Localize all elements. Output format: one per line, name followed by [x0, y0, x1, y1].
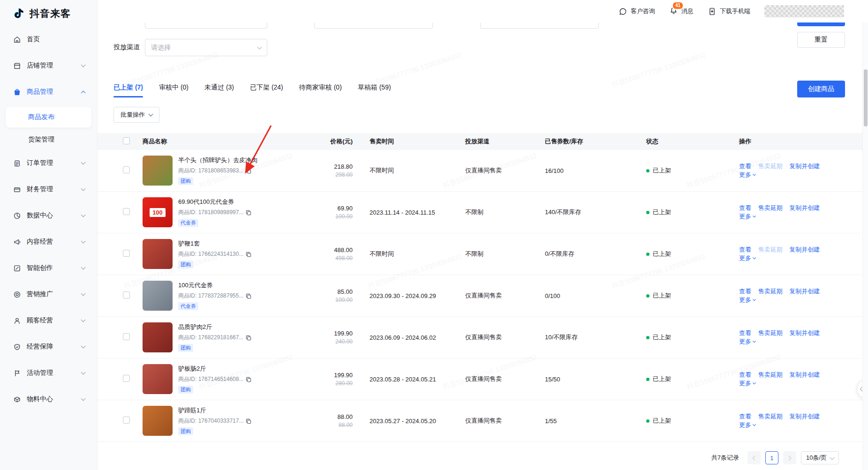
action-more[interactable]: 更多: [739, 296, 755, 303]
create-product-button[interactable]: 创建商品: [797, 81, 845, 97]
chevron-down-icon: [830, 455, 835, 460]
action-view[interactable]: 查看: [739, 371, 751, 378]
tab-in-review[interactable]: 审核中 (0): [159, 83, 189, 97]
copy-icon[interactable]: [246, 293, 251, 299]
tab-pending-merchant-review[interactable]: 待商家审核 (0): [299, 83, 342, 97]
action-copy-create[interactable]: 复制并创建: [789, 163, 820, 170]
sale-time: 2023.05.27 - 2024.05.20: [353, 418, 465, 425]
messages-button[interactable]: 41 消息: [669, 6, 694, 16]
sidebar-item-marketing[interactable]: 营销推广: [5, 283, 92, 306]
shield-icon: [13, 343, 21, 351]
action-delay[interactable]: 售卖延期: [758, 413, 783, 420]
row-checkbox[interactable]: [123, 208, 130, 215]
action-delay[interactable]: 售卖延期: [758, 246, 783, 253]
filter-input-partial[interactable]: [314, 22, 433, 29]
reset-button[interactable]: 重置: [797, 32, 845, 48]
status-dot: [646, 336, 649, 339]
prev-page-button[interactable]: [747, 451, 761, 464]
action-delay[interactable]: 售卖延期: [758, 163, 783, 170]
customer-service-button[interactable]: 客户咨询: [619, 7, 655, 16]
sidebar-item-content-operation[interactable]: 内容经营: [5, 231, 92, 253]
action-copy-create[interactable]: 复制并创建: [789, 413, 820, 420]
row-checkbox[interactable]: [123, 417, 130, 424]
row-checkbox[interactable]: [123, 375, 130, 382]
channel-filter-select[interactable]: 请选择: [145, 39, 267, 56]
price-current: 488.00: [297, 246, 353, 254]
row-checkbox[interactable]: [123, 166, 130, 173]
sale-channel: 仅直播间售卖: [465, 166, 545, 175]
sidebar-item-label: 智能创作: [27, 264, 53, 272]
sidebar-item-home[interactable]: 首页: [5, 28, 92, 51]
sidebar-item-order-management[interactable]: 订单管理: [5, 152, 92, 174]
action-copy-create[interactable]: 复制并创建: [789, 371, 820, 378]
sidebar-item-finance-management[interactable]: 财务管理: [5, 178, 92, 201]
row-checkbox[interactable]: [123, 333, 130, 340]
sidebar-item-activity-management[interactable]: 活动管理: [5, 362, 92, 384]
product-id: 商品ID: 1767146514608...: [178, 375, 243, 383]
action-more[interactable]: 更多: [739, 171, 755, 178]
account-name-blurred[interactable]: [764, 5, 844, 17]
action-delay[interactable]: 售卖延期: [758, 329, 783, 336]
action-copy-create[interactable]: 复制并创建: [789, 288, 820, 295]
action-view[interactable]: 查看: [739, 163, 751, 170]
sidebar-item-product-management[interactable]: 商品管理: [5, 81, 92, 103]
copy-icon[interactable]: [246, 252, 251, 257]
action-copy-create[interactable]: 复制并创建: [789, 246, 820, 253]
batch-operations-button[interactable]: 批量操作: [113, 107, 159, 123]
tab-drafts[interactable]: 草稿箱 (59): [358, 83, 391, 97]
sidebar-item-label: 活动管理: [27, 369, 53, 377]
copy-icon[interactable]: [246, 377, 251, 382]
action-view[interactable]: 查看: [739, 288, 751, 295]
action-more[interactable]: 更多: [739, 254, 755, 261]
copy-icon[interactable]: [246, 210, 251, 216]
home-icon: [13, 36, 21, 44]
sidebar-item-data-center[interactable]: 数据中心: [5, 204, 92, 227]
page-number[interactable]: 1: [765, 451, 778, 464]
action-more[interactable]: 更多: [739, 380, 755, 387]
action-view[interactable]: 查看: [739, 246, 751, 253]
tab-on-shelf[interactable]: 已上架 (7): [113, 83, 143, 97]
filter-input-partial[interactable]: [480, 22, 599, 29]
action-more[interactable]: 更多: [739, 338, 755, 345]
action-view[interactable]: 查看: [739, 329, 751, 336]
action-delay[interactable]: 售卖延期: [758, 204, 783, 211]
copy-icon[interactable]: [246, 335, 251, 341]
sidebar-subitem-product-publish[interactable]: 商品发布: [6, 107, 91, 127]
sidebar-item-smart-creation[interactable]: 智能创作: [5, 257, 92, 279]
tab-rejected[interactable]: 未通过 (3): [204, 83, 234, 97]
pagination: 共7条记录 1 10条/页: [711, 451, 839, 464]
chevron-down-icon: [81, 317, 86, 322]
row-checkbox[interactable]: [123, 250, 130, 257]
sidebar-item-business-protection[interactable]: 经营保障: [5, 336, 92, 358]
column-product-name: 商品名称: [143, 137, 297, 146]
app-logo[interactable]: 抖音来客: [0, 0, 97, 25]
action-view[interactable]: 查看: [739, 204, 751, 211]
sale-channel: 不限制: [465, 250, 545, 258]
copy-icon[interactable]: [246, 168, 251, 174]
next-page-button[interactable]: [783, 451, 796, 464]
action-copy-create[interactable]: 复制并创建: [789, 329, 820, 336]
price-original: 100.00: [297, 297, 353, 303]
row-checkbox[interactable]: [123, 291, 130, 298]
query-button-partial[interactable]: [797, 22, 845, 26]
column-channel: 投放渠道: [465, 137, 545, 146]
action-more[interactable]: 更多: [739, 213, 755, 220]
table-row: 品质驴肉2斤 商品ID: 1768229181667... 团购 199.90: [98, 317, 868, 358]
action-copy-create[interactable]: 复制并创建: [789, 204, 820, 211]
download-app-button[interactable]: 下载手机端: [708, 7, 750, 16]
sidebar-item-shop-management[interactable]: 店铺管理: [5, 54, 92, 77]
action-more[interactable]: 更多: [739, 421, 755, 428]
sidebar-item-material-center[interactable]: 物料中心: [5, 388, 92, 410]
chevron-down-icon: [257, 45, 262, 49]
select-all-checkbox[interactable]: [123, 137, 130, 144]
action-delay[interactable]: 售卖延期: [758, 371, 783, 378]
tab-off-shelf[interactable]: 已下架 (24): [250, 83, 283, 97]
sidebar-subitem-shelf-management[interactable]: 货架管理: [6, 129, 91, 150]
filter-input-partial[interactable]: [145, 22, 267, 29]
action-view[interactable]: 查看: [739, 413, 751, 420]
copy-icon[interactable]: [246, 418, 251, 424]
scrollbar-thumb[interactable]: [864, 69, 868, 127]
page-size-select[interactable]: 10条/页: [801, 451, 839, 464]
action-delay[interactable]: 售卖延期: [758, 288, 783, 295]
sidebar-item-customer-operation[interactable]: 顾客经营: [5, 309, 92, 332]
